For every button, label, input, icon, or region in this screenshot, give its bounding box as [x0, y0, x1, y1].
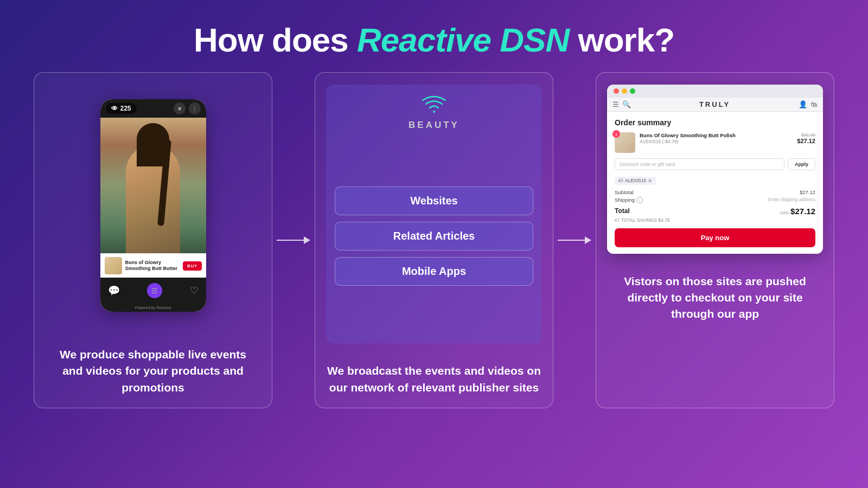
- pay-now-button[interactable]: Pay now: [615, 228, 815, 247]
- dot-yellow: [622, 88, 627, 94]
- view-number: 225: [120, 105, 131, 112]
- order-body: Order summary 1 Buns Of Glowry Smoothing…: [607, 112, 823, 254]
- page-header: How does Reactive DSN work?: [0, 0, 868, 72]
- dot-green: [630, 88, 635, 94]
- product-name: Buns of Glowry Smoothing Butt Butter: [125, 260, 180, 272]
- price-old: $31.90: [797, 132, 815, 138]
- title-brand: Reactive DSN: [357, 21, 569, 59]
- category-label: BEAUTY: [409, 120, 459, 131]
- info-icon: i: [636, 197, 643, 203]
- eye-icon: 👁: [111, 105, 118, 112]
- total-price-wrap: USD $27.12: [780, 207, 815, 216]
- item-name: Buns Of Glowry Smoothing Butt Polish: [640, 132, 793, 139]
- coupon-code: ALEXIS15: [625, 178, 646, 183]
- subtotal-row: Subtotal $27.12: [615, 189, 815, 195]
- browser-mockup: ☰ 🔍 TRULY 👤 🛍 Order summary 1 Buns Of Gl…: [607, 85, 823, 254]
- item-badge: 1: [612, 130, 620, 138]
- phone-top-bar: 👁 225 ✕ ⋮: [100, 99, 206, 118]
- total-row: Total USD $27.12: [615, 207, 815, 216]
- cards-row: 👁 225 ✕ ⋮: [0, 72, 868, 408]
- shipping-row: Shipping i Enter shipping address: [615, 197, 815, 203]
- card-2: BEAUTY Websites Related Articles Mobile …: [315, 72, 553, 408]
- title-prefix: How does: [194, 21, 357, 59]
- card-3: ☰ 🔍 TRULY 👤 🛍 Order summary 1 Buns Of Gl…: [596, 72, 834, 408]
- coupon-tag: 🏷 ALEXIS15 ✕: [615, 177, 656, 185]
- subtotal-value: $27.12: [800, 189, 815, 195]
- chat-icon[interactable]: 💬: [108, 285, 120, 297]
- item-info: Buns Of Glowry Smoothing Butt Polish ALE…: [640, 132, 793, 144]
- item-discount-code: ALEXIS15 (-$4.78): [640, 139, 793, 144]
- total-amount: $27.12: [790, 207, 815, 216]
- phone-mockup: 👁 225 ✕ ⋮: [100, 99, 206, 312]
- browser-navbar: ☰ 🔍 TRULY 👤 🛍: [607, 98, 823, 112]
- apply-button[interactable]: Apply: [788, 158, 815, 170]
- category-header: BEAUTY: [409, 95, 459, 131]
- subtotal-label: Subtotal: [615, 189, 634, 195]
- shipping-label: Shipping i: [615, 197, 643, 203]
- savings-row: 🏷 TOTAL SAVINGS $4.78: [615, 217, 815, 223]
- connector-2-3: [553, 72, 596, 408]
- discount-row: Discount code or gift card Apply: [615, 158, 815, 170]
- connector-1-2: [272, 72, 315, 408]
- list-icon[interactable]: ☰: [147, 283, 162, 298]
- coupon-icon: 🏷: [618, 178, 623, 183]
- card-1: 👁 225 ✕ ⋮: [34, 72, 272, 408]
- arrow-tip-1: [304, 236, 310, 244]
- arrow-tip-2: [585, 236, 591, 244]
- channel-websites: Websites: [335, 187, 533, 215]
- dot-red: [614, 88, 619, 94]
- order-item: 1 Buns Of Glowry Smoothing Butt Polish A…: [615, 132, 815, 153]
- phone-container: 👁 225 ✕ ⋮: [100, 85, 206, 327]
- order-title: Order summary: [615, 118, 815, 127]
- nav-menu-icon: ☰: [612, 100, 619, 108]
- savings-icon: 🏷: [615, 217, 620, 223]
- item-image: 1: [615, 132, 635, 153]
- channels-list: Websites Related Articles Mobile Apps: [335, 137, 533, 335]
- arrow-line-1: [277, 240, 304, 241]
- arrow-line-2: [558, 240, 585, 241]
- main-title: How does Reactive DSN work?: [0, 21, 868, 59]
- powered-by: Powered By Reactive: [100, 304, 206, 312]
- view-count: 👁 225: [106, 103, 137, 114]
- usd-label: USD: [780, 210, 789, 215]
- product-thumb: [105, 257, 122, 274]
- item-pricing: $31.90 $27.12: [797, 132, 815, 144]
- close-btn[interactable]: ✕: [174, 102, 186, 114]
- nav-user-icon: 👤: [799, 100, 807, 108]
- phone-bottom-bar: 💬 ☰ ♡: [100, 278, 206, 304]
- price-new: $27.12: [797, 138, 815, 144]
- site-name: TRULY: [634, 100, 795, 108]
- channel-articles: Related Articles: [335, 222, 533, 251]
- arrow-1-2: [277, 236, 310, 244]
- coupon-remove-icon[interactable]: ✕: [648, 178, 652, 184]
- card3-caption: Vistors on those sites are pushed direct…: [607, 264, 823, 323]
- phone-controls: ✕ ⋮: [174, 102, 201, 114]
- card1-caption: We produce shoppable live events and vid…: [49, 337, 257, 396]
- product-bar: Buns of Glowry Smoothing Butt Butter BUY: [100, 253, 206, 278]
- card2-caption: We broadcast the events and videos on ou…: [326, 353, 542, 396]
- signal-icon: [422, 95, 446, 118]
- savings-text: TOTAL SAVINGS $4.78: [621, 217, 669, 223]
- heart-icon[interactable]: ♡: [190, 285, 199, 297]
- browser-titlebar: [607, 85, 823, 98]
- discount-input[interactable]: Discount code or gift card: [615, 158, 784, 170]
- nav-search-icon: 🔍: [622, 100, 631, 108]
- arrow-2-3: [558, 236, 591, 244]
- total-label: Total: [615, 207, 630, 215]
- nav-bag-icon: 🛍: [810, 100, 818, 108]
- shipping-value: Enter shipping address: [768, 197, 815, 203]
- title-suffix: work?: [569, 21, 674, 59]
- more-btn[interactable]: ⋮: [189, 102, 201, 114]
- buy-button[interactable]: BUY: [183, 261, 201, 271]
- broadcast-box: BEAUTY Websites Related Articles Mobile …: [326, 85, 542, 343]
- channel-mobile: Mobile Apps: [335, 257, 533, 286]
- phone-video: [100, 118, 206, 253]
